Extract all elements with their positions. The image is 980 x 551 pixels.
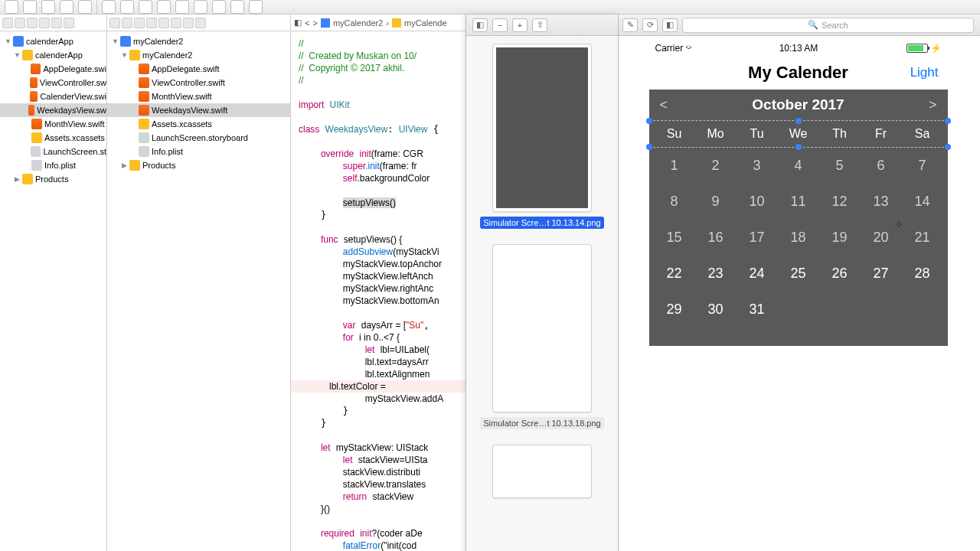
toolbar-icon[interactable] [41,0,55,14]
toolbar-icon[interactable] [194,0,207,14]
calendar-day[interactable]: 22 [654,256,695,292]
tree-item-selected[interactable]: WeekdaysView.swift [107,103,290,117]
calendar-day[interactable]: 10 [737,184,778,220]
project-navigator-1: ▼calenderApp ▼calenderApp AppDelegate.sw… [0,15,107,551]
month-label: October 2017 [752,96,844,113]
zoom-out-icon[interactable]: − [492,18,508,32]
calendar-day[interactable]: 15 [654,220,695,256]
tree-item[interactable]: AppDelegate.swift [107,62,290,76]
toolbar-icon[interactable] [102,0,116,14]
project-navigator-2: ▼myCalender2 ▼myCalender2 AppDelegate.sw… [107,15,291,551]
calendar-day[interactable]: 9 [695,184,737,220]
simulator-screenshot: Carrier ⌔ 10:13 AM ⚡ My Calender Light <… [649,41,948,551]
calendar-day[interactable]: 19 [819,220,861,256]
carrier-label: Carrier [655,43,684,54]
tree-item[interactable]: LaunchScreen.storyboard [107,131,290,145]
rotate-icon[interactable]: ⟳ [642,18,658,32]
tree-item[interactable]: MonthView.swift [107,90,290,103]
calendar-day[interactable]: 2 [695,148,737,184]
calendar-day[interactable]: 6 [861,148,902,184]
calendar-day[interactable]: 21 [902,220,943,256]
toolbar-icon[interactable] [230,0,244,14]
toolbar-icon[interactable] [120,0,134,14]
theme-toggle[interactable]: Light [910,65,939,80]
toolbar-icon[interactable] [175,0,189,14]
thumbnail-label-selected[interactable]: Simulator Scre…t 10.13.14.png [480,217,603,229]
calendar-row: 293031 [649,292,948,328]
tree-item[interactable]: AppDelegate.swi [0,62,106,76]
weekdays-row: Su Mo Tu We Th Fr Sa [649,120,948,148]
cursor-icon: ✛ [894,218,903,230]
tree-item[interactable]: ViewController.sw [0,76,106,90]
calendar-day[interactable]: 14 [902,184,943,220]
next-month-button[interactable]: > [929,97,937,113]
toolbar-icon[interactable] [249,0,263,14]
sidebar-icon[interactable]: ◧ [472,18,488,32]
tree-item[interactable]: ▶Products [0,172,106,186]
tree-item[interactable]: MonthView.swift [0,117,106,131]
toolbar-icon[interactable] [5,0,18,14]
tree-root[interactable]: ▼calenderApp [0,34,106,48]
wifi-icon: ⌔ [686,43,691,54]
calendar-day[interactable]: 23 [695,256,737,292]
calendar-day[interactable]: 24 [737,256,778,292]
calendar-row: 1234567 [649,148,948,184]
toolbar-icon[interactable] [139,0,152,14]
preview-panel: ✎ ⟳ ◧ 🔍Search Carrier ⌔ 10:13 AM ⚡ My Ca… [616,15,980,551]
thumbnail[interactable] [492,44,592,212]
tree-item[interactable]: Assets.xcassets [0,131,106,145]
tree-item[interactable]: ▶Products [107,158,290,172]
calendar-day[interactable]: 3 [737,148,778,184]
tree-item[interactable]: Info.plist [0,158,106,172]
thumbnail[interactable] [492,244,592,412]
share-icon[interactable]: ⇧ [532,18,547,32]
thumbnail[interactable] [492,445,592,498]
tree-item[interactable]: ViewController.swift [107,76,290,90]
calendar-day [819,292,861,328]
calendar-day[interactable]: 7 [902,148,943,184]
calendar-day[interactable]: 25 [778,256,819,292]
calendar-day[interactable]: 16 [695,220,737,256]
calendar-day[interactable]: 27 [861,256,902,292]
toolbar-icon[interactable] [212,0,226,14]
calendar-day[interactable]: 11 [778,184,819,220]
toolbar-icon[interactable] [23,0,37,14]
xcode-toolbar [0,0,980,15]
toolbar-icon[interactable] [157,0,171,14]
calendar-day[interactable]: 1 [654,148,695,184]
zoom-in-icon[interactable]: + [512,18,528,32]
tree-item[interactable]: Assets.xcassets [107,117,290,131]
thumbnail-label[interactable]: Simulator Scre…t 10.13.18.png [480,417,603,429]
tree-item[interactable]: ▼myCalender2 [107,48,290,62]
calendar-day[interactable]: 30 [695,292,737,328]
tree-item[interactable]: Info.plist [107,145,290,158]
calendar-day [778,292,819,328]
calendar-day[interactable]: 17 [737,220,778,256]
calendar-day[interactable]: 29 [654,292,695,328]
calendar-day[interactable]: 13 [861,184,902,220]
calendar-day[interactable]: 5 [819,148,861,184]
calendar-row: 22232425262728 [649,256,948,292]
tree-item[interactable]: ▼calenderApp [0,48,106,62]
toolbar-icon[interactable] [78,0,92,14]
calendar-day[interactable]: 12 [819,184,861,220]
calendar-day[interactable]: 4 [778,148,819,184]
calendar-day[interactable]: 26 [819,256,861,292]
calendar-day[interactable]: 18 [778,220,819,256]
charging-icon: ⚡ [930,43,942,54]
battery-icon [906,44,928,53]
search-icon: 🔍 [808,20,818,30]
calendar-day[interactable]: 31 [737,292,778,328]
tree-item[interactable]: LaunchScreen.st [0,145,106,158]
edit-icon[interactable]: ✎ [622,18,638,32]
calendar-day[interactable]: 8 [654,184,695,220]
prev-month-button[interactable]: < [660,97,668,113]
tree-root[interactable]: ▼myCalender2 [107,34,290,48]
tree-item-selected[interactable]: WeekdaysView.sw [0,103,106,117]
markup-icon[interactable]: ◧ [662,18,678,32]
root-label: calenderApp [26,37,74,46]
calendar-day[interactable]: 28 [902,256,943,292]
search-input[interactable]: 🔍Search [682,18,974,33]
tree-item[interactable]: CalenderView.swi [0,90,106,103]
toolbar-icon[interactable] [60,0,74,14]
